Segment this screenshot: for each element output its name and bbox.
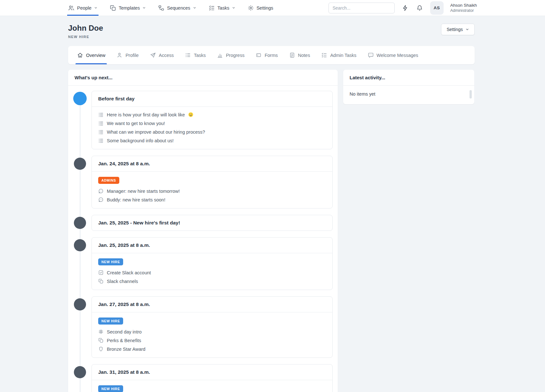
page-title-block: John Doe NEW HIRE bbox=[68, 24, 103, 39]
checkbox-icon bbox=[98, 270, 104, 275]
timeline: Before first day Here is how your first … bbox=[68, 86, 338, 392]
nav-item-label: Settings bbox=[257, 5, 273, 11]
tab-label: Access bbox=[159, 53, 174, 58]
list-item-label: Some background info about us! bbox=[107, 138, 174, 143]
entry-card: Before first day Here is how your first … bbox=[91, 91, 333, 149]
tab-overview[interactable]: Overview bbox=[77, 46, 105, 64]
nav-item-settings[interactable]: Settings bbox=[248, 0, 273, 16]
timeline-entry: Jan. 31, 2025 at 8 a.m. NEW HIRE bbox=[91, 364, 333, 392]
new-hire-badge: NEW HIRE bbox=[98, 258, 123, 265]
page-title: John Doe bbox=[68, 24, 103, 33]
bell-icon[interactable] bbox=[416, 4, 423, 12]
nav-item-people[interactable]: People bbox=[68, 0, 98, 16]
tab-tasks[interactable]: Tasks bbox=[185, 46, 206, 64]
page-header: John Doe NEW HIRE Settings bbox=[68, 24, 475, 39]
page-subtitle: NEW HIRE bbox=[68, 35, 103, 39]
scrollbar-thumb[interactable] bbox=[470, 90, 472, 98]
chat-bubble-icon bbox=[98, 197, 104, 202]
admins-badge: ADMINS bbox=[98, 177, 119, 184]
nav-item-sequences[interactable]: Sequences bbox=[158, 0, 196, 16]
timeline-entry: Jan. 25, 2025 at 8 a.m. NEW HIRE Create … bbox=[91, 237, 333, 290]
resource-item-label: Slack channels bbox=[107, 279, 138, 284]
timeline-entry: Jan. 27, 2025 at 8 a.m. NEW HIRE Second … bbox=[91, 296, 333, 358]
tab-profile[interactable]: Profile bbox=[116, 46, 138, 64]
entry-body: NEW HIRE Second day intro Perks & Benefi… bbox=[92, 312, 332, 357]
slack-item-label: Second day intro bbox=[107, 329, 142, 334]
latest-activity-card: Latest activity... No items yet bbox=[343, 70, 474, 104]
badge-row: ADMINS bbox=[98, 177, 326, 184]
empty-state-text: No items yet bbox=[350, 91, 375, 97]
top-nav: People Templates Sequences bbox=[0, 0, 545, 16]
search-input[interactable] bbox=[328, 3, 395, 13]
list-item-label: Here is how your first day will look lik… bbox=[107, 112, 185, 117]
nav-item-templates[interactable]: Templates bbox=[110, 0, 146, 16]
entry-title: Before first day bbox=[92, 91, 332, 106]
avatar[interactable]: AS bbox=[430, 1, 444, 15]
message-item-label: Manager: new hire starts tomorrow! bbox=[107, 189, 180, 194]
chevron-down-icon bbox=[142, 6, 146, 10]
resource-item: Perks & Benefits bbox=[98, 338, 326, 343]
entry-card: Jan. 24, 2025 at 8 a.m. ADMINS Manager: … bbox=[91, 156, 333, 208]
timeline-entry: Jan. 25, 2025 - New hire's first day! bbox=[91, 215, 333, 231]
avatar-initials: AS bbox=[434, 5, 440, 10]
entry-title: Jan. 25, 2025 at 8 a.m. bbox=[92, 238, 332, 253]
whats-up-next-title: What's up next... bbox=[68, 70, 338, 86]
timeline-dot bbox=[74, 298, 86, 310]
tab-label: Tasks bbox=[194, 53, 206, 58]
badge-row: NEW HIRE bbox=[98, 258, 326, 265]
resource-item: Slack channels bbox=[98, 278, 326, 284]
tab-access[interactable]: Access bbox=[150, 46, 174, 64]
people-icon bbox=[68, 5, 75, 11]
tab-label: Welcome Messages bbox=[376, 53, 418, 58]
chevron-down-icon bbox=[193, 6, 196, 10]
message-bubble-icon bbox=[367, 52, 374, 58]
tab-admin-tasks[interactable]: Admin Tasks bbox=[321, 46, 356, 64]
entry-title: Jan. 31, 2025 at 8 a.m. bbox=[92, 365, 332, 380]
send-icon bbox=[150, 52, 156, 58]
list-icon bbox=[98, 112, 104, 117]
tab-forms[interactable]: Forms bbox=[256, 46, 278, 64]
timeline-dot bbox=[74, 217, 86, 229]
chevron-down-icon bbox=[465, 27, 469, 31]
list-item: Here is how your first day will look lik… bbox=[98, 112, 326, 117]
tab-progress[interactable]: Progress bbox=[217, 46, 244, 64]
bolt-icon[interactable] bbox=[401, 4, 409, 12]
entry-body: ADMINS Manager: new hire starts tomorrow… bbox=[92, 171, 332, 208]
chevron-down-icon bbox=[232, 6, 235, 10]
nav-item-tasks[interactable]: Tasks bbox=[209, 0, 235, 16]
settings-dropdown-button[interactable]: Settings bbox=[441, 24, 475, 35]
nav-item-label: People bbox=[77, 5, 91, 11]
main-content: What's up next... Before first day Here … bbox=[68, 70, 475, 392]
message-item-label: Buddy: new hire starts soon! bbox=[107, 197, 165, 202]
entry-card: Jan. 31, 2025 at 8 a.m. NEW HIRE bbox=[91, 364, 333, 392]
timeline-entry: Jan. 24, 2025 at 8 a.m. ADMINS Manager: … bbox=[91, 156, 333, 208]
entry-card: Jan. 25, 2025 - New hire's first day! bbox=[91, 215, 333, 231]
entry-title: Jan. 24, 2025 at 8 a.m. bbox=[92, 156, 332, 171]
message-item: Buddy: new hire starts soon! bbox=[98, 197, 326, 202]
entry-title: Jan. 27, 2025 at 8 a.m. bbox=[92, 297, 332, 312]
entry-body: NEW HIRE Create Slack account Slack chan… bbox=[92, 253, 332, 290]
tab-bar: Overview Profile Access Tasks Progress F… bbox=[68, 46, 475, 64]
list-item: We want to get to know you! bbox=[98, 121, 326, 126]
list-item-label: What can we improve about our hiring pro… bbox=[107, 129, 205, 135]
nav-left: People Templates Sequences bbox=[68, 0, 273, 16]
person-icon bbox=[116, 52, 122, 58]
settings-button-label: Settings bbox=[446, 27, 463, 32]
timeline-dot-current bbox=[73, 92, 87, 105]
list-item-label: We want to get to know you! bbox=[107, 121, 165, 126]
message-item: Manager: new hire starts tomorrow! bbox=[98, 188, 326, 194]
tab-welcome-messages[interactable]: Welcome Messages bbox=[367, 46, 418, 64]
user-menu[interactable]: Ahson Shaikh Administrator bbox=[450, 3, 477, 13]
entry-body: Here is how your first day will look lik… bbox=[92, 106, 332, 149]
tab-notes[interactable]: Notes bbox=[289, 46, 310, 64]
bar-chart-icon bbox=[217, 52, 223, 58]
checklist-icon bbox=[321, 52, 327, 58]
nav-item-label: Tasks bbox=[217, 5, 229, 11]
chat-bubble-icon bbox=[98, 188, 104, 194]
tab-label: Notes bbox=[298, 53, 310, 58]
list-item: Some background info about us! bbox=[98, 138, 326, 143]
tab-label: Profile bbox=[125, 53, 138, 58]
entry-card: Jan. 25, 2025 at 8 a.m. NEW HIRE Create … bbox=[91, 237, 333, 290]
search-box bbox=[328, 3, 395, 13]
nav-right: AS Ahson Shaikh Administrator bbox=[328, 1, 477, 15]
